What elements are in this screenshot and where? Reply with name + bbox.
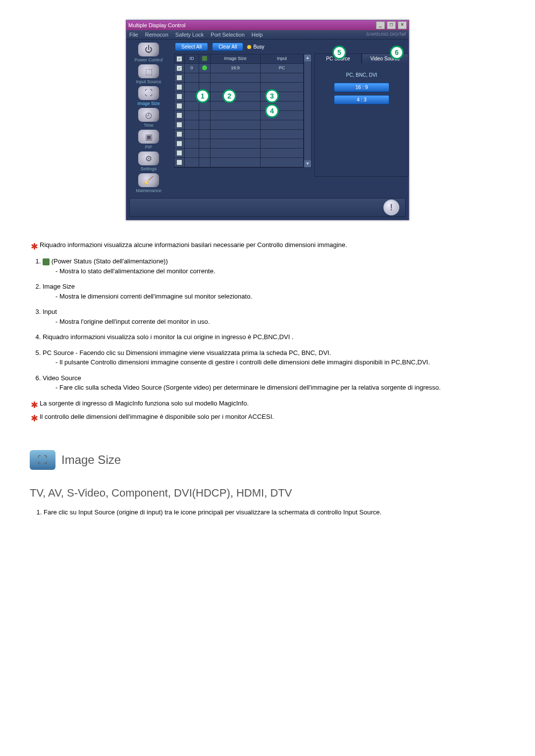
right-panel: 5 6 PC Source Video Source PC, BNC, DVI … — [315, 40, 409, 195]
row-id: 0 — [185, 64, 199, 73]
row-checkbox[interactable] — [176, 75, 182, 81]
pip-icon: ▣ — [138, 130, 159, 144]
note-5: PC Source - Facendo clic su Dimensioni i… — [43, 348, 505, 367]
monitor-grid: ✓ ID Image Size Input ✓ 0 16:9 PC — [174, 54, 304, 168]
document-body: ✱ Riquadro informazioni visualizza alcun… — [30, 240, 505, 517]
menu-port-selection[interactable]: Port Selection — [211, 32, 244, 38]
star-icon: ✱ — [30, 240, 39, 253]
tab-pc-source[interactable]: PC Source — [315, 53, 362, 63]
main-panel: Select All Clear All Busy ✓ ID Image Siz… — [171, 40, 315, 195]
sidebar-item-label: Maintenance — [129, 188, 168, 193]
col-power[interactable] — [199, 54, 211, 64]
ratio-169-button[interactable]: 16 : 9 — [334, 83, 389, 92]
sidebar-item-image-size[interactable]: ⛶ Image Size — [129, 86, 168, 106]
table-row[interactable] — [174, 158, 304, 167]
menu-file[interactable]: File — [129, 32, 138, 38]
scroll-up-icon[interactable]: ▲ — [304, 54, 311, 61]
table-row[interactable]: ✓ 0 16:9 PC — [174, 64, 304, 73]
busy-dot-icon — [247, 45, 251, 49]
sidebar-item-settings[interactable]: ⚙ Settings — [129, 151, 168, 171]
star-icon: ✱ — [30, 399, 39, 412]
busy-label: Busy — [253, 44, 264, 50]
row-checkbox[interactable] — [176, 159, 182, 165]
section-subtitle: TV, AV, S-Video, Component, DVI(HDCP), H… — [30, 485, 505, 501]
window-title: Multiple Display Control — [128, 22, 375, 28]
sidebar: ⏻ Power Control ⬚ Input Source ⛶ Image S… — [126, 40, 171, 195]
clear-all-button[interactable]: Clear All — [212, 43, 243, 51]
image-size-icon: ⛶ — [30, 450, 55, 470]
sidebar-item-power-control[interactable]: ⏻ Power Control — [129, 43, 168, 62]
brand-label: SAMSUNG DIGITall — [366, 32, 406, 38]
note-3: Input - Mostra l'origine dell'input corr… — [43, 307, 505, 326]
sidebar-item-pip[interactable]: ▣ PIP — [129, 130, 168, 150]
maintenance-icon: 🧹 — [138, 173, 159, 187]
col-image-size[interactable]: Image Size — [211, 54, 261, 64]
note-6: Video Source - Fare clic sulla scheda Vi… — [43, 373, 505, 393]
sidebar-item-input-source[interactable]: ⬚ Input Source — [129, 64, 168, 84]
titlebar: Multiple Display Control _ □ × — [126, 20, 409, 30]
power-icon: ⏻ — [138, 43, 159, 56]
menu-help[interactable]: Help — [252, 32, 263, 38]
scrollbar[interactable]: ▲ ▼ — [304, 54, 312, 168]
busy-indicator: Busy — [247, 44, 264, 50]
row-checkbox[interactable] — [176, 122, 182, 128]
sidebar-item-label: Power Control — [129, 57, 168, 62]
col-id[interactable]: ID — [185, 54, 199, 64]
sidebar-item-time[interactable]: ◴ Time — [129, 108, 168, 128]
sidebar-item-maintenance[interactable]: 🧹 Maintenance — [129, 173, 168, 193]
minimize-icon[interactable]: _ — [376, 21, 385, 29]
sidebar-item-label: Time — [129, 123, 168, 128]
select-all-button[interactable]: Select All — [175, 43, 208, 51]
row-checkbox[interactable] — [176, 112, 182, 118]
col-check[interactable]: ✓ — [174, 54, 185, 64]
row-checkbox[interactable]: ✓ — [176, 65, 182, 71]
table-row[interactable] — [174, 111, 304, 120]
window-controls: _ □ × — [375, 21, 407, 29]
alert-icon: ! — [383, 200, 399, 215]
row-checkbox[interactable] — [176, 131, 182, 137]
status-bar: ! — [129, 198, 406, 217]
table-row[interactable] — [174, 120, 304, 130]
menu-remocon[interactable]: Remocon — [145, 32, 168, 38]
note-4: Riquadro informazioni visualizza solo i … — [43, 332, 505, 342]
scroll-down-icon[interactable]: ▼ — [304, 160, 311, 167]
row-checkbox[interactable] — [176, 103, 182, 109]
row-checkbox[interactable] — [176, 141, 182, 147]
row-checkbox[interactable] — [176, 150, 182, 156]
note-2: Image Size - Mostra le dimensioni corren… — [43, 282, 505, 301]
sidebar-item-label: Settings — [129, 166, 168, 171]
star-note-3: Il controllo delle dimensioni dell'immag… — [40, 412, 505, 422]
time-icon: ◴ — [138, 108, 159, 122]
menu-safety-lock[interactable]: Safety Lock — [175, 32, 204, 38]
mode-label: PC, BNC, DVI — [322, 70, 401, 80]
menubar: File Remocon Safety Lock Port Selection … — [126, 30, 409, 40]
row-image-size: 16:9 — [211, 64, 261, 73]
image-size-icon: ⛶ — [138, 86, 159, 100]
row-checkbox[interactable] — [176, 94, 182, 100]
note-1: (Power Status (Stato dell'alimentazione)… — [43, 256, 505, 276]
star-note-2: La sorgente di ingresso di MagicInfo fun… — [40, 399, 505, 408]
power-status-icon — [43, 258, 50, 265]
sidebar-item-label: Input Source — [129, 79, 168, 84]
row-checkbox[interactable] — [176, 84, 182, 90]
section-title: ⛶ Image Size — [30, 450, 505, 470]
maximize-icon[interactable]: □ — [387, 21, 396, 29]
input-source-icon: ⬚ — [138, 64, 159, 78]
table-row[interactable] — [174, 149, 304, 158]
table-row[interactable] — [174, 101, 304, 111]
settings-icon: ⚙ — [138, 151, 159, 165]
star-icon: ✱ — [30, 412, 39, 425]
table-row[interactable] — [174, 130, 304, 139]
power-on-icon — [202, 65, 207, 70]
col-input[interactable]: Input — [261, 54, 304, 64]
table-row[interactable] — [174, 139, 304, 149]
close-icon[interactable]: × — [398, 21, 407, 29]
table-row[interactable] — [174, 92, 304, 101]
tab-video-source[interactable]: Video Source — [362, 53, 409, 63]
table-row[interactable] — [174, 73, 304, 83]
row-input: PC — [261, 64, 304, 73]
table-row[interactable] — [174, 83, 304, 92]
ratio-43-button[interactable]: 4 : 3 — [334, 95, 389, 104]
step-1: Fare clic su Input Source (origine di in… — [44, 507, 505, 517]
sidebar-item-label: Image Size — [129, 101, 168, 106]
